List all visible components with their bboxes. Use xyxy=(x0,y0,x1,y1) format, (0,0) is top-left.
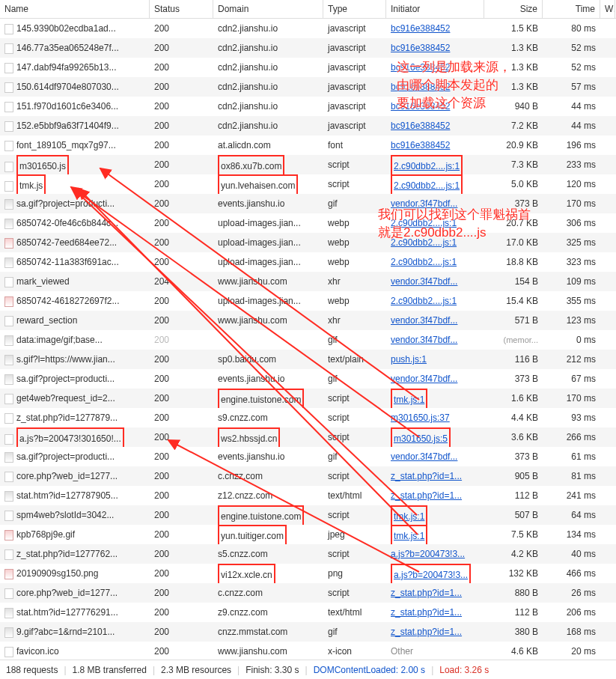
cell-name[interactable]: 147.dabf94fa99265b13... xyxy=(0,58,150,77)
table-row[interactable]: sa.gif?project=producti...200events.jian… xyxy=(0,369,616,389)
cell-initiator[interactable]: 2.c90dbb2....js:1 xyxy=(386,291,484,311)
table-row[interactable]: 9.gif?abc=1&rnd=2101...200cnzz.mmstat.co… xyxy=(0,622,616,642)
table-row[interactable]: 20190909sg150.png200vi12x.xcle.cnpnga.js… xyxy=(0,564,616,583)
table-row[interactable]: core.php?web_id=1277...200c.cnzz.comscri… xyxy=(0,583,616,603)
header-name[interactable]: Name xyxy=(0,0,150,18)
cell-initiator[interactable]: tmk.js:1 xyxy=(386,505,484,525)
header-initiator[interactable]: Initiator xyxy=(386,0,484,18)
table-row[interactable]: 146.77a35ea065248e7f...200cdn2.jianshu.i… xyxy=(0,38,616,58)
table-row[interactable]: 6850742-4618272697f2...200upload-images.… xyxy=(0,291,616,311)
cell-initiator[interactable]: bc916e388452 xyxy=(386,19,484,38)
table-row[interactable]: favicon.ico200www.jianshu.comx-iconOther… xyxy=(0,642,616,661)
cell-initiator[interactable]: vendor.3f47bdf... xyxy=(386,194,484,213)
cell-initiator[interactable]: bc916e388452 xyxy=(386,58,484,77)
cell-initiator[interactable]: bc916e388452 xyxy=(386,38,484,58)
table-row[interactable]: reward_section200www.jianshu.comxhrvendo… xyxy=(0,311,616,330)
table-row[interactable]: 6850742-0fe46c6b844c...200upload-images.… xyxy=(0,213,616,233)
cell-initiator[interactable]: a.js?b=200473!3... xyxy=(386,544,484,564)
header-time[interactable]: Time xyxy=(543,0,600,18)
cell-initiator[interactable]: a.js?b=200473!3... xyxy=(386,564,484,583)
cell-initiator[interactable]: vendor.3f47bdf... xyxy=(386,447,484,466)
cell-initiator[interactable]: z_stat.php?id=1... xyxy=(386,466,484,486)
cell-initiator[interactable]: vendor.3f47bdf... xyxy=(386,330,484,350)
cell-initiator[interactable]: Other xyxy=(386,642,484,661)
cell-initiator[interactable]: z_stat.php?id=1... xyxy=(386,486,484,505)
table-row[interactable]: 147.dabf94fa99265b13...200cdn2.jianshu.i… xyxy=(0,58,616,77)
cell-initiator[interactable]: 2.c90dbb2....js:1 xyxy=(386,174,484,194)
table-row[interactable]: m301650.js200ox86.xu7b.comscript2.c90dbb… xyxy=(0,155,616,174)
header-waterfall[interactable]: W xyxy=(600,0,615,18)
cell-name[interactable]: 20190909sg150.png xyxy=(0,564,150,583)
cell-initiator[interactable]: z_stat.php?id=1... xyxy=(386,583,484,603)
table-row[interactable]: z_stat.php?id=1277879...200s9.cnzz.comsc… xyxy=(0,408,616,427)
cell-name[interactable]: core.php?web_id=1277... xyxy=(0,583,150,603)
cell-initiator[interactable]: 2.c90dbb2....js:1 xyxy=(386,252,484,272)
cell-name[interactable]: sa.gif?project=producti... xyxy=(0,369,150,389)
table-row[interactable]: a.js?b=200473!301650!...200ws2.hbssjd.cn… xyxy=(0,427,616,447)
cell-initiator[interactable]: m301650.js:5 xyxy=(386,427,484,447)
cell-initiator[interactable]: vendor.3f47bdf... xyxy=(386,369,484,389)
cell-initiator[interactable]: m301650.js:37 xyxy=(386,408,484,427)
cell-name[interactable]: m301650.js xyxy=(0,155,150,174)
cell-name[interactable]: 152.e5bbf9a63f71404f9... xyxy=(0,116,150,136)
table-row[interactable]: 152.e5bbf9a63f71404f9...200cdn2.jianshu.… xyxy=(0,116,616,136)
table-row[interactable]: core.php?web_id=1277...200c.cnzz.comscri… xyxy=(0,466,616,486)
table-row[interactable]: 150.614df9704e807030...200cdn2.jianshu.i… xyxy=(0,77,616,97)
table-row[interactable]: kpb768pj9e.gif200yun.tuitiger.comjpegtmk… xyxy=(0,525,616,544)
cell-initiator[interactable]: bc916e388452 xyxy=(386,136,484,155)
cell-name[interactable]: a.js?b=200473!301650!... xyxy=(0,427,150,447)
table-row[interactable]: font_189105_mqx7g97...200at.alicdn.comfo… xyxy=(0,136,616,155)
cell-initiator[interactable]: vendor.3f47bdf... xyxy=(386,311,484,330)
cell-name[interactable]: stat.htm?id=127787905... xyxy=(0,486,150,505)
cell-name[interactable]: 6850742-0fe46c6b844c... xyxy=(0,213,150,233)
cell-initiator[interactable]: tmk.js:1 xyxy=(386,389,484,408)
cell-name[interactable]: font_189105_mqx7g97... xyxy=(0,136,150,155)
cell-initiator[interactable]: vendor.3f47bdf... xyxy=(386,272,484,291)
cell-initiator[interactable]: bc916e388452 xyxy=(386,77,484,97)
cell-name[interactable]: data:image/gif;base... xyxy=(0,330,150,350)
cell-name[interactable]: tmk.js xyxy=(0,174,150,194)
cell-name[interactable]: 6850742-4618272697f2... xyxy=(0,291,150,311)
header-status[interactable]: Status xyxy=(150,0,213,18)
header-type[interactable]: Type xyxy=(323,0,386,18)
cell-name[interactable]: s.gif?l=https://www.jian... xyxy=(0,350,150,369)
table-row[interactable]: 151.f970d1601c6e3406...200cdn2.jianshu.i… xyxy=(0,97,616,116)
table-row[interactable]: sa.gif?project=producti...200events.jian… xyxy=(0,194,616,213)
table-row[interactable]: get4web?request_id=2...200engine.tuiston… xyxy=(0,389,616,408)
cell-name[interactable]: 146.77a35ea065248e7f... xyxy=(0,38,150,58)
cell-name[interactable]: mark_viewed xyxy=(0,272,150,291)
cell-name[interactable]: 150.614df9704e807030... xyxy=(0,77,150,97)
header-size[interactable]: Size xyxy=(484,0,543,18)
table-row[interactable]: sa.gif?project=producti...200events.jian… xyxy=(0,447,616,466)
cell-initiator[interactable]: push.js:1 xyxy=(386,350,484,369)
cell-name[interactable]: z_stat.php?id=1277762... xyxy=(0,544,150,564)
cell-name[interactable]: stat.htm?id=127776291... xyxy=(0,603,150,622)
table-row[interactable]: 6850742-7eed684ee72...200upload-images.j… xyxy=(0,233,616,252)
cell-name[interactable]: reward_section xyxy=(0,311,150,330)
table-row[interactable]: tmk.js200yun.lvehaisen.comscript2.c90dbb… xyxy=(0,174,616,194)
cell-name[interactable]: 9.gif?abc=1&rnd=2101... xyxy=(0,622,150,642)
cell-name[interactable]: sa.gif?project=producti... xyxy=(0,447,150,466)
cell-initiator[interactable]: 2.c90dbb2....js:1 xyxy=(386,213,484,233)
cell-name[interactable]: z_stat.php?id=1277879... xyxy=(0,408,150,427)
table-row[interactable]: data:image/gif;base...200gifvendor.3f47b… xyxy=(0,330,616,350)
header-domain[interactable]: Domain xyxy=(213,0,323,18)
table-row[interactable]: z_stat.php?id=1277762...200s5.cnzz.comsc… xyxy=(0,544,616,564)
table-row[interactable]: stat.htm?id=127776291...200z9.cnzz.comte… xyxy=(0,603,616,622)
cell-name[interactable]: favicon.ico xyxy=(0,642,150,661)
cell-name[interactable]: sa.gif?project=producti... xyxy=(0,194,150,213)
table-row[interactable]: 145.9390b02ecdba1ad...200cdn2.jianshu.io… xyxy=(0,19,616,38)
cell-initiator[interactable]: 2.c90dbb2....js:1 xyxy=(386,233,484,252)
table-row[interactable]: 6850742-11a383f691ac...200upload-images.… xyxy=(0,252,616,272)
cell-name[interactable]: get4web?request_id=2... xyxy=(0,389,150,408)
cell-initiator[interactable]: bc916e388452 xyxy=(386,97,484,116)
cell-name[interactable]: spm4web?slotId=3042... xyxy=(0,505,150,525)
cell-initiator[interactable]: 2.c90dbb2....js:1 xyxy=(386,155,484,174)
table-row[interactable]: spm4web?slotId=3042...200engine.tuistone… xyxy=(0,505,616,525)
cell-name[interactable]: 6850742-11a383f691ac... xyxy=(0,252,150,272)
cell-initiator[interactable]: z_stat.php?id=1... xyxy=(386,603,484,622)
cell-name[interactable]: 151.f970d1601c6e3406... xyxy=(0,97,150,116)
cell-initiator[interactable]: bc916e388452 xyxy=(386,116,484,136)
cell-initiator[interactable]: tmk.js:1 xyxy=(386,525,484,544)
cell-name[interactable]: kpb768pj9e.gif xyxy=(0,525,150,544)
